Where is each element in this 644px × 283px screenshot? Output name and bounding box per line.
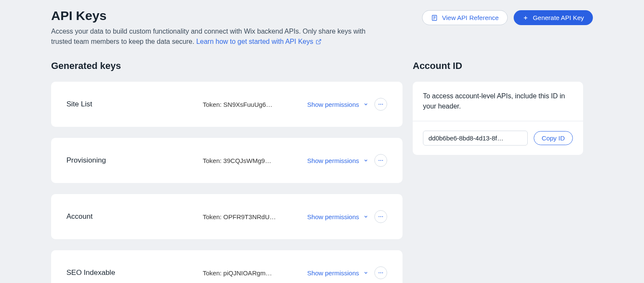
more-horizontal-icon xyxy=(378,270,384,276)
learn-link-label: Learn how to get started with API Keys xyxy=(196,37,313,47)
account-id-value[interactable]: dd0b6be6-8bd8-4d13-8f… xyxy=(423,131,528,146)
show-permissions-label: Show permissions xyxy=(307,213,359,220)
view-api-reference-button[interactable]: View API Reference xyxy=(422,10,508,25)
show-permissions-label: Show permissions xyxy=(307,101,359,108)
show-permissions-button[interactable]: Show permissions xyxy=(307,213,368,220)
chevron-down-icon xyxy=(363,214,368,219)
api-key-card: SEO Indexable Token: piQJNIOARgm… Show p… xyxy=(51,250,402,283)
external-link-icon xyxy=(316,39,322,45)
svg-point-18 xyxy=(382,272,383,273)
show-permissions-label: Show permissions xyxy=(307,269,359,277)
svg-point-17 xyxy=(380,272,381,273)
account-id-title: Account ID xyxy=(413,60,583,71)
account-id-description: To access account-level APIs, include th… xyxy=(413,82,583,121)
svg-point-12 xyxy=(382,160,383,161)
show-permissions-button[interactable]: Show permissions xyxy=(307,101,368,108)
api-key-token: Token: piQJNIOARgm… xyxy=(203,269,279,277)
more-horizontal-icon xyxy=(378,101,384,107)
svg-point-14 xyxy=(380,216,381,217)
svg-point-7 xyxy=(379,104,380,105)
svg-point-13 xyxy=(379,216,380,217)
page-subtitle: Access your data to build custom functio… xyxy=(51,26,383,47)
generate-api-key-button[interactable]: Generate API Key xyxy=(514,10,593,25)
view-api-reference-label: View API Reference xyxy=(442,14,499,21)
api-key-card: Account Token: OPFR9T3NRdU… Show permiss… xyxy=(51,194,402,239)
svg-point-8 xyxy=(380,104,381,105)
svg-point-16 xyxy=(379,272,380,273)
api-key-token: Token: 39CQJsWMg9… xyxy=(203,157,279,164)
show-permissions-button[interactable]: Show permissions xyxy=(307,269,368,277)
api-key-name: Provisioning xyxy=(66,156,203,165)
svg-point-15 xyxy=(382,216,383,217)
more-horizontal-icon xyxy=(378,157,384,163)
api-key-card: Site List Token: SN9XsFuuUg6… Show permi… xyxy=(51,82,402,127)
svg-point-9 xyxy=(382,104,383,105)
generate-api-key-label: Generate API Key xyxy=(533,14,584,21)
chevron-down-icon xyxy=(363,270,368,275)
more-actions-button[interactable] xyxy=(374,154,387,167)
more-actions-button[interactable] xyxy=(374,98,387,111)
document-icon xyxy=(431,14,438,21)
svg-point-10 xyxy=(379,160,380,161)
more-actions-button[interactable] xyxy=(374,266,387,279)
api-key-token: Token: SN9XsFuuUg6… xyxy=(203,101,279,108)
copy-id-button[interactable]: Copy ID xyxy=(534,131,573,145)
svg-point-11 xyxy=(380,160,381,161)
api-key-card: Provisioning Token: 39CQJsWMg9… Show per… xyxy=(51,138,402,183)
page-title: API Keys xyxy=(51,9,383,23)
api-key-name: Site List xyxy=(66,100,203,109)
account-id-card: To access account-level APIs, include th… xyxy=(413,82,583,155)
api-key-name: Account xyxy=(66,212,203,221)
learn-link[interactable]: Learn how to get started with API Keys xyxy=(196,37,322,47)
show-permissions-button[interactable]: Show permissions xyxy=(307,157,368,164)
chevron-down-icon xyxy=(363,102,368,107)
more-actions-button[interactable] xyxy=(374,210,387,223)
generated-keys-title: Generated keys xyxy=(51,60,402,71)
chevron-down-icon xyxy=(363,158,368,163)
svg-line-0 xyxy=(318,40,321,42)
plus-icon xyxy=(523,15,529,21)
more-horizontal-icon xyxy=(378,214,384,220)
show-permissions-label: Show permissions xyxy=(307,157,359,164)
api-key-name: SEO Indexable xyxy=(66,269,203,277)
api-key-token: Token: OPFR9T3NRdU… xyxy=(203,213,279,220)
